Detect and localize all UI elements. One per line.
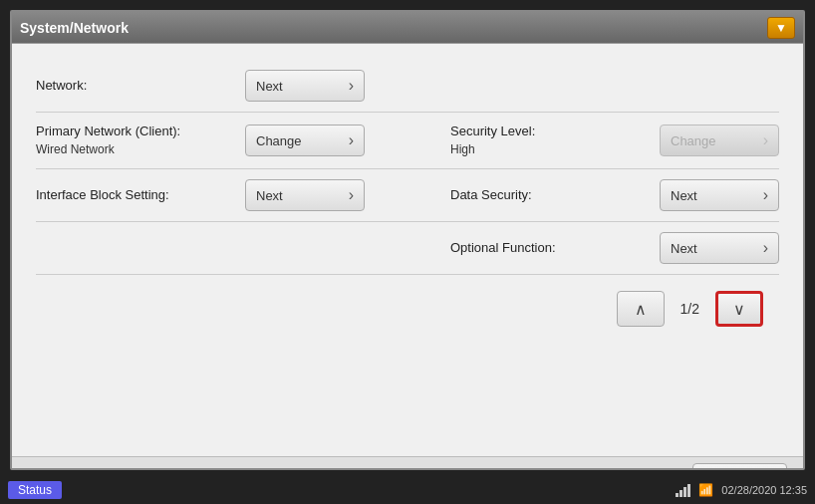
data-security-right: Data Security: Next › [450,179,779,211]
network-next-button[interactable]: Next › [245,70,365,102]
data-security-label: Data Security: [450,186,660,204]
security-level-label: Security Level: High [450,123,660,158]
page-indicator: 1/2 [680,301,699,317]
interface-block-next-button[interactable]: Next › [245,179,365,211]
page-up-button[interactable]: ∧ [617,291,665,327]
taskbar-right: 📶 02/28/2020 12:35 [676,483,807,497]
chevron-right-icon: › [763,131,768,149]
chevron-right-icon: › [349,186,354,204]
chevron-right-icon: › [349,77,354,95]
title-bar: System/Network ▼ [12,12,803,44]
chevron-right-icon: › [763,186,768,204]
content-area: Network: Next › Primary Network (Client)… [12,44,803,456]
main-window: System/Network ▼ Network: Next › Primary… [10,10,805,470]
primary-network-label: Primary Network (Client): Wired Network [36,123,245,158]
datetime-label: 02/28/2020 12:35 [721,484,807,496]
page-down-button[interactable]: ∨ [715,291,763,327]
optional-function-right: Optional Function: Next › [450,232,779,264]
data-security-next-button[interactable]: Next › [660,179,779,211]
network-row: Network: Next › [36,60,779,113]
taskbar: Status 📶 02/28/2020 12:35 [0,476,815,504]
chevron-right-icon: › [349,131,354,149]
wired-network-label: Wired Network [36,142,115,156]
window-title: System/Network [20,20,129,36]
interface-block-left: Interface Block Setting: Next › [36,179,450,211]
optional-function-next-button[interactable]: Next › [660,232,779,264]
pagination-area: ∧ 1/2 ∨ [36,283,779,335]
chevron-right-icon: › [763,239,768,257]
interface-block-label: Interface Block Setting: [36,186,245,204]
primary-network-left: Primary Network (Client): Wired Network … [36,123,450,158]
network-label: Network: [36,77,245,95]
close-button[interactable]: ↵ Close [692,463,787,471]
signal-icon [676,483,690,497]
interface-block-row: Interface Block Setting: Next › Data Sec… [36,169,779,222]
security-level-right: Security Level: High Change › [450,123,779,158]
security-level-change-button[interactable]: Change › [660,125,779,156]
primary-network-change-button[interactable]: Change › [245,125,365,156]
bottom-toolbar: ↵ Close [12,456,803,470]
network-left: Network: Next › [36,70,454,102]
primary-network-row: Primary Network (Client): Wired Network … [36,113,779,169]
status-badge: Status [8,481,62,499]
wifi-icon: 📶 [698,483,713,497]
optional-function-row: Optional Function: Next › [36,222,779,275]
menu-button[interactable]: ▼ [767,17,795,39]
optional-function-label: Optional Function: [450,239,660,257]
return-icon: ↵ [713,470,725,471]
security-high-label: High [450,142,475,156]
